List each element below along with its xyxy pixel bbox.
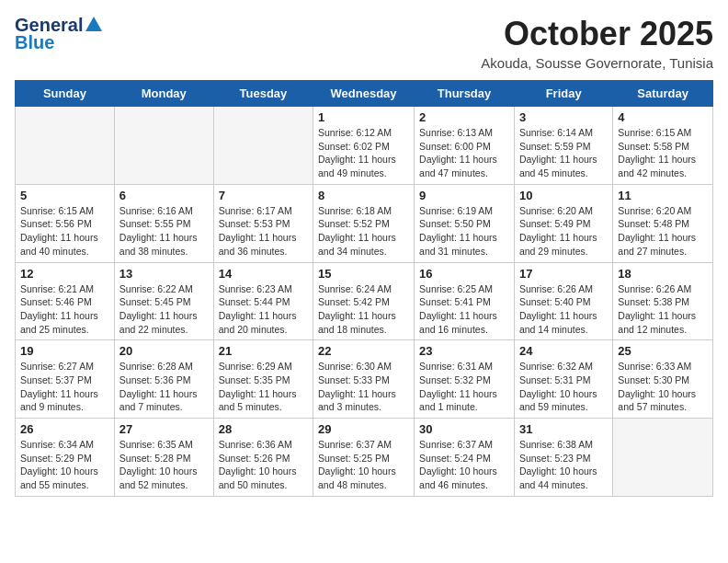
day-number: 30 — [419, 422, 509, 436]
col-header-saturday: Saturday — [613, 81, 713, 107]
week-row-5: 26Sunrise: 6:34 AMSunset: 5:29 PMDayligh… — [16, 419, 713, 497]
day-number: 27 — [119, 422, 209, 436]
day-number: 15 — [318, 267, 409, 281]
day-number: 31 — [519, 422, 608, 436]
day-cell: 3Sunrise: 6:14 AMSunset: 5:59 PMDaylight… — [514, 107, 612, 185]
day-cell: 13Sunrise: 6:22 AMSunset: 5:45 PMDayligh… — [114, 262, 213, 340]
day-info: Sunrise: 6:28 AMSunset: 5:36 PMDaylight:… — [119, 360, 209, 414]
day-cell: 12Sunrise: 6:21 AMSunset: 5:46 PMDayligh… — [16, 262, 115, 340]
day-number: 25 — [618, 344, 708, 358]
day-cell: 25Sunrise: 6:33 AMSunset: 5:30 PMDayligh… — [613, 340, 713, 419]
day-cell: 7Sunrise: 6:17 AMSunset: 5:53 PMDaylight… — [213, 184, 313, 262]
day-info: Sunrise: 6:26 AMSunset: 5:40 PMDaylight:… — [519, 282, 608, 337]
day-info: Sunrise: 6:24 AMSunset: 5:42 PMDaylight:… — [318, 282, 409, 337]
day-info: Sunrise: 6:27 AMSunset: 5:37 PMDaylight:… — [20, 360, 109, 414]
day-number: 6 — [119, 189, 209, 202]
day-cell: 28Sunrise: 6:36 AMSunset: 5:26 PMDayligh… — [213, 419, 313, 497]
day-cell: 26Sunrise: 6:34 AMSunset: 5:29 PMDayligh… — [16, 419, 115, 497]
day-info: Sunrise: 6:33 AMSunset: 5:30 PMDaylight:… — [618, 360, 708, 414]
month-title: October 2025 — [481, 15, 713, 53]
day-info: Sunrise: 6:21 AMSunset: 5:46 PMDaylight:… — [20, 282, 109, 337]
day-number: 4 — [618, 110, 708, 124]
day-cell: 24Sunrise: 6:32 AMSunset: 5:31 PMDayligh… — [514, 340, 612, 419]
day-cell — [114, 107, 213, 185]
day-cell: 5Sunrise: 6:15 AMSunset: 5:56 PMDaylight… — [16, 184, 115, 262]
day-number: 3 — [519, 110, 608, 124]
day-info: Sunrise: 6:12 AMSunset: 6:02 PMDaylight:… — [318, 126, 409, 180]
day-info: Sunrise: 6:15 AMSunset: 5:58 PMDaylight:… — [618, 126, 708, 180]
day-cell: 18Sunrise: 6:26 AMSunset: 5:38 PMDayligh… — [613, 262, 713, 340]
day-cell: 4Sunrise: 6:15 AMSunset: 5:58 PMDaylight… — [613, 107, 713, 185]
day-info: Sunrise: 6:35 AMSunset: 5:28 PMDaylight:… — [119, 438, 209, 492]
day-cell: 11Sunrise: 6:20 AMSunset: 5:48 PMDayligh… — [613, 184, 713, 262]
day-info: Sunrise: 6:29 AMSunset: 5:35 PMDaylight:… — [219, 360, 308, 414]
day-number: 9 — [419, 189, 509, 202]
week-row-4: 19Sunrise: 6:27 AMSunset: 5:37 PMDayligh… — [16, 340, 713, 419]
day-cell: 8Sunrise: 6:18 AMSunset: 5:52 PMDaylight… — [313, 184, 415, 262]
day-number: 17 — [519, 267, 608, 281]
day-number: 2 — [419, 110, 509, 124]
day-number: 28 — [219, 422, 308, 436]
day-cell — [613, 419, 713, 497]
day-number: 24 — [519, 344, 608, 358]
day-number: 12 — [20, 267, 109, 281]
week-row-2: 5Sunrise: 6:15 AMSunset: 5:56 PMDaylight… — [16, 184, 713, 262]
day-info: Sunrise: 6:25 AMSunset: 5:41 PMDaylight:… — [419, 282, 509, 337]
col-header-wednesday: Wednesday — [313, 81, 415, 107]
day-number: 26 — [20, 422, 109, 436]
logo: General Blue — [15, 15, 102, 53]
day-cell: 21Sunrise: 6:29 AMSunset: 5:35 PMDayligh… — [213, 340, 313, 419]
day-number: 11 — [618, 189, 708, 202]
day-info: Sunrise: 6:37 AMSunset: 5:25 PMDaylight:… — [318, 438, 409, 492]
week-row-3: 12Sunrise: 6:21 AMSunset: 5:46 PMDayligh… — [16, 262, 713, 340]
page-header: General Blue October 2025 Akouda, Sousse… — [15, 15, 713, 71]
day-info: Sunrise: 6:38 AMSunset: 5:23 PMDaylight:… — [519, 438, 608, 492]
day-info: Sunrise: 6:36 AMSunset: 5:26 PMDaylight:… — [219, 438, 308, 492]
day-cell: 19Sunrise: 6:27 AMSunset: 5:37 PMDayligh… — [16, 340, 115, 419]
day-number: 10 — [519, 189, 608, 202]
day-cell: 20Sunrise: 6:28 AMSunset: 5:36 PMDayligh… — [114, 340, 213, 419]
day-info: Sunrise: 6:26 AMSunset: 5:38 PMDaylight:… — [618, 282, 708, 337]
day-info: Sunrise: 6:17 AMSunset: 5:53 PMDaylight:… — [219, 204, 308, 259]
day-info: Sunrise: 6:32 AMSunset: 5:31 PMDaylight:… — [519, 360, 608, 414]
day-number: 29 — [318, 422, 409, 436]
day-number: 18 — [618, 267, 708, 281]
day-number: 1 — [318, 110, 409, 124]
day-number: 14 — [219, 267, 308, 281]
day-cell — [16, 107, 115, 185]
title-section: October 2025 Akouda, Sousse Governorate,… — [481, 15, 713, 71]
day-cell: 23Sunrise: 6:31 AMSunset: 5:32 PMDayligh… — [415, 340, 515, 419]
day-info: Sunrise: 6:16 AMSunset: 5:55 PMDaylight:… — [119, 204, 209, 259]
day-info: Sunrise: 6:34 AMSunset: 5:29 PMDaylight:… — [20, 438, 109, 492]
day-info: Sunrise: 6:19 AMSunset: 5:50 PMDaylight:… — [419, 204, 509, 259]
day-cell: 30Sunrise: 6:37 AMSunset: 5:24 PMDayligh… — [415, 419, 515, 497]
col-header-thursday: Thursday — [415, 81, 515, 107]
day-cell: 14Sunrise: 6:23 AMSunset: 5:44 PMDayligh… — [213, 262, 313, 340]
day-cell — [213, 107, 313, 185]
day-cell: 16Sunrise: 6:25 AMSunset: 5:41 PMDayligh… — [415, 262, 515, 340]
day-cell: 2Sunrise: 6:13 AMSunset: 6:00 PMDaylight… — [415, 107, 515, 185]
day-number: 21 — [219, 344, 308, 358]
day-cell: 10Sunrise: 6:20 AMSunset: 5:49 PMDayligh… — [514, 184, 612, 262]
day-cell: 31Sunrise: 6:38 AMSunset: 5:23 PMDayligh… — [514, 419, 612, 497]
day-info: Sunrise: 6:31 AMSunset: 5:32 PMDaylight:… — [419, 360, 509, 414]
col-header-sunday: Sunday — [16, 81, 115, 107]
day-number: 22 — [318, 344, 409, 358]
day-cell: 9Sunrise: 6:19 AMSunset: 5:50 PMDaylight… — [415, 184, 515, 262]
calendar-table: SundayMondayTuesdayWednesdayThursdayFrid… — [15, 80, 713, 497]
day-info: Sunrise: 6:23 AMSunset: 5:44 PMDaylight:… — [219, 282, 308, 337]
day-info: Sunrise: 6:30 AMSunset: 5:33 PMDaylight:… — [318, 360, 409, 414]
day-info: Sunrise: 6:15 AMSunset: 5:56 PMDaylight:… — [20, 204, 109, 259]
day-number: 13 — [119, 267, 209, 281]
day-number: 5 — [20, 189, 109, 202]
day-cell: 27Sunrise: 6:35 AMSunset: 5:28 PMDayligh… — [114, 419, 213, 497]
header-row: SundayMondayTuesdayWednesdayThursdayFrid… — [16, 81, 713, 107]
day-info: Sunrise: 6:14 AMSunset: 5:59 PMDaylight:… — [519, 126, 608, 180]
day-cell: 29Sunrise: 6:37 AMSunset: 5:25 PMDayligh… — [313, 419, 415, 497]
day-cell: 1Sunrise: 6:12 AMSunset: 6:02 PMDaylight… — [313, 107, 415, 185]
day-cell: 22Sunrise: 6:30 AMSunset: 5:33 PMDayligh… — [313, 340, 415, 419]
day-number: 8 — [318, 189, 409, 202]
day-info: Sunrise: 6:20 AMSunset: 5:48 PMDaylight:… — [618, 204, 708, 259]
col-header-friday: Friday — [514, 81, 612, 107]
day-info: Sunrise: 6:13 AMSunset: 6:00 PMDaylight:… — [419, 126, 509, 180]
